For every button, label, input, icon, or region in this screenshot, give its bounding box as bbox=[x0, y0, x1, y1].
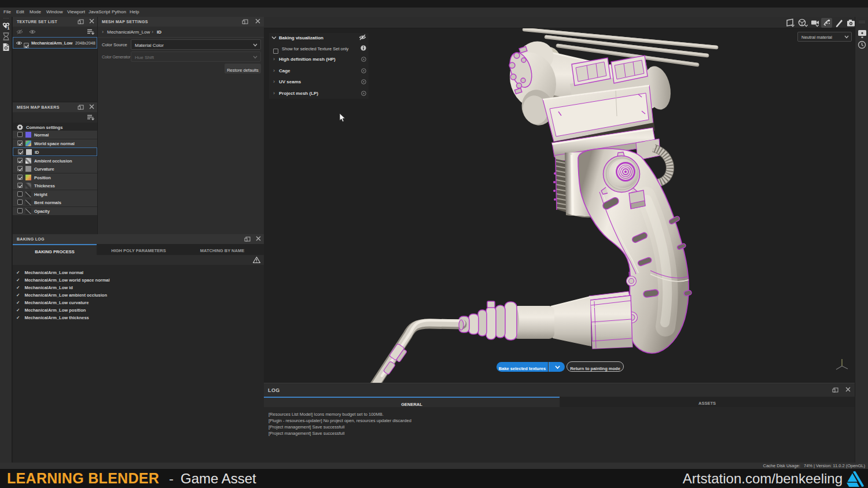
svg-text:1: 1 bbox=[8, 26, 10, 29]
